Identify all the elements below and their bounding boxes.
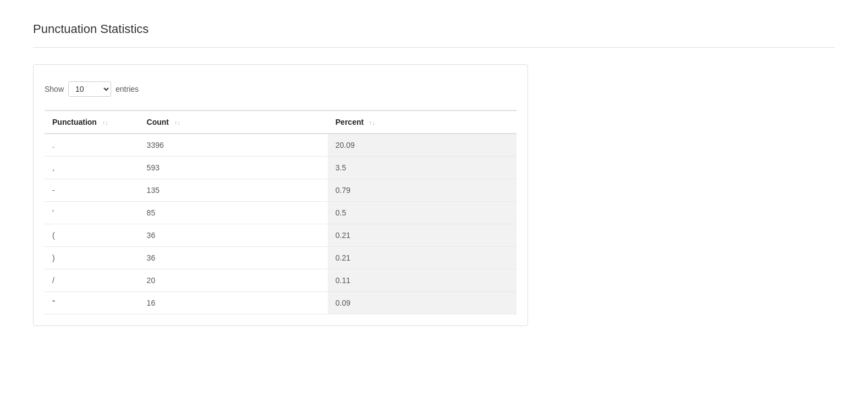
cell-count: 36: [139, 224, 328, 247]
cell-count: 20: [139, 269, 328, 292]
cell-punctuation: /: [45, 269, 139, 292]
table-row: .339620.09: [45, 134, 517, 157]
table-row: )360.21: [45, 247, 517, 269]
cell-percent: 0.09: [328, 292, 517, 314]
table-row: /200.11: [45, 269, 517, 292]
table-body: .339620.09,5933.5-1350.79'850.5(360.21)3…: [45, 134, 517, 314]
cell-punctuation: .: [45, 134, 139, 157]
cell-percent: 20.09: [328, 134, 517, 157]
cell-count: 3396: [139, 134, 328, 157]
page-container: Punctuation Statistics Show 102550100 en…: [0, 0, 868, 398]
table-row: '850.5: [45, 202, 517, 224]
section-divider: [33, 47, 835, 48]
column-header-count[interactable]: Count ↑↓: [139, 110, 328, 134]
cell-percent: 0.21: [328, 247, 517, 269]
column-header-percent[interactable]: Percent ↑↓: [328, 110, 517, 134]
sort-icon-percent: ↑↓: [369, 119, 375, 126]
table-row: "160.09: [45, 292, 517, 314]
table-row: -1350.79: [45, 179, 517, 202]
entries-select[interactable]: 102550100: [68, 81, 111, 97]
cell-count: 36: [139, 247, 328, 269]
entries-label: entries: [116, 85, 139, 93]
cell-percent: 3.5: [328, 157, 517, 179]
show-label: Show: [45, 85, 64, 93]
sort-icon-punctuation: ↑↓: [102, 119, 108, 126]
table-row: (360.21: [45, 224, 517, 247]
table-row: ,5933.5: [45, 157, 517, 179]
show-entries-control: Show 102550100 entries: [45, 81, 517, 97]
cell-punctuation: ': [45, 202, 139, 224]
cell-punctuation: ": [45, 292, 139, 314]
cell-count: 593: [139, 157, 328, 179]
cell-count: 85: [139, 202, 328, 224]
cell-count: 135: [139, 179, 328, 202]
cell-percent: 0.11: [328, 269, 517, 292]
cell-punctuation: (: [45, 224, 139, 247]
cell-punctuation: ,: [45, 157, 139, 179]
page-title: Punctuation Statistics: [33, 22, 835, 36]
cell-count: 16: [139, 292, 328, 314]
cell-percent: 0.21: [328, 224, 517, 247]
cell-punctuation: -: [45, 179, 139, 202]
punctuation-table: Punctuation ↑↓ Count ↑↓ Percent ↑↓ .3396…: [45, 110, 517, 314]
cell-percent: 0.5: [328, 202, 517, 224]
sort-icon-count: ↑↓: [174, 119, 180, 126]
table-wrapper: Show 102550100 entries Punctuation ↑↓ Co…: [33, 64, 528, 326]
cell-punctuation: ): [45, 247, 139, 269]
cell-percent: 0.79: [328, 179, 517, 202]
column-header-punctuation[interactable]: Punctuation ↑↓: [45, 110, 139, 134]
table-header-row: Punctuation ↑↓ Count ↑↓ Percent ↑↓: [45, 110, 517, 134]
